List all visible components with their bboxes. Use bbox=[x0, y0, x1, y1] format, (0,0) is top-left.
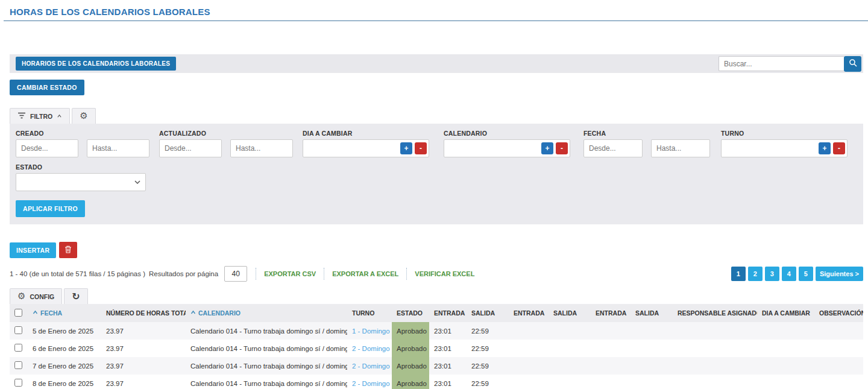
turno-link[interactable]: 2 - Domingo no bbox=[352, 362, 392, 370]
page-button-1[interactable]: 1 bbox=[731, 267, 746, 281]
column-header-responsable[interactable]: RESPONSABLE ASIGNADO bbox=[673, 304, 757, 322]
cell-salida-1: 22:59 bbox=[467, 375, 509, 389]
turno-link[interactable]: 2 - Domingo no bbox=[352, 345, 392, 352]
row-checkbox[interactable] bbox=[14, 326, 22, 334]
filter-icon bbox=[17, 112, 26, 120]
cell-select bbox=[10, 340, 28, 357]
fecha-to-input[interactable] bbox=[651, 139, 710, 157]
page-button-3[interactable]: 3 bbox=[765, 267, 779, 281]
cell-horas-totales: 23.97 bbox=[101, 340, 186, 357]
creado-from-input[interactable] bbox=[16, 139, 78, 157]
cell-entrada-2 bbox=[509, 375, 549, 389]
cell-salida-1: 22:59 bbox=[467, 322, 509, 340]
turno-label: TURNO bbox=[721, 130, 848, 137]
cell-salida-3 bbox=[631, 340, 673, 357]
select-all-checkbox[interactable] bbox=[14, 309, 22, 317]
column-header-entrada-3[interactable]: ENTRADA bbox=[591, 304, 631, 322]
filter-toggle-tab[interactable]: FILTRO bbox=[10, 108, 70, 124]
results-summary: 1 - 40 (de un total de 571 filas / 15 pá… bbox=[10, 270, 145, 277]
cell-fecha: 5 de Enero de 2025 bbox=[28, 322, 101, 340]
pagination: 1 2 3 4 5 Siguientes > bbox=[731, 267, 863, 281]
per-page-input[interactable] bbox=[224, 266, 247, 282]
turno-add-button[interactable]: + bbox=[819, 142, 831, 154]
column-header-horas-totales[interactable]: NÚMERO DE HORAS TOTALES bbox=[101, 304, 186, 322]
cell-turno: 2 - Domingo no bbox=[347, 340, 392, 357]
page-button-5[interactable]: 5 bbox=[799, 267, 813, 281]
row-checkbox[interactable] bbox=[14, 361, 22, 369]
actualizado-to-input[interactable] bbox=[230, 139, 293, 157]
dia-a-cambiar-add-button[interactable]: + bbox=[400, 142, 412, 154]
estado-select[interactable] bbox=[16, 173, 146, 191]
column-header-dia-a-cambiar[interactable]: DIA A CAMBIAR bbox=[757, 304, 814, 322]
row-checkbox[interactable] bbox=[14, 379, 22, 387]
cell-observacion bbox=[814, 375, 863, 389]
export-csv-link[interactable]: EXPORTAR CSV bbox=[256, 268, 324, 280]
column-header-salida-2[interactable]: SALIDA bbox=[549, 304, 591, 322]
filter-tabs: FILTRO ⚙ bbox=[10, 108, 868, 124]
turno-remove-button[interactable]: - bbox=[833, 142, 845, 154]
cell-entrada-3 bbox=[591, 340, 631, 357]
cell-responsable bbox=[673, 357, 757, 375]
cell-entrada-2 bbox=[509, 340, 549, 357]
cell-estado: Aprobado bbox=[392, 357, 429, 375]
cell-salida-2 bbox=[549, 340, 591, 357]
search-input[interactable] bbox=[719, 56, 844, 71]
column-header-fecha[interactable]: FECHA bbox=[28, 304, 101, 322]
trash-icon bbox=[64, 245, 72, 255]
cell-salida-1: 22:59 bbox=[467, 340, 509, 357]
column-header-entrada-2[interactable]: ENTRADA bbox=[509, 304, 549, 322]
filter-field-creado: CREADO bbox=[16, 130, 149, 157]
export-excel-link[interactable]: EXPORTAR A EXCEL bbox=[324, 268, 406, 280]
column-header-calendario[interactable]: CALENDARIO bbox=[186, 304, 347, 322]
calendario-add-button[interactable]: + bbox=[541, 142, 553, 154]
fecha-label: FECHA bbox=[583, 130, 710, 137]
row-checkbox[interactable] bbox=[14, 344, 22, 352]
search-group bbox=[719, 56, 861, 72]
page-button-2[interactable]: 2 bbox=[748, 267, 763, 281]
next-page-button[interactable]: Siguientes > bbox=[816, 267, 863, 281]
actualizado-label: ACTUALIZADO bbox=[159, 130, 293, 137]
cell-turno: 2 - Domingo no bbox=[347, 357, 392, 375]
column-header-observacion[interactable]: OBSERVACIÓN bbox=[814, 304, 863, 322]
creado-label: CREADO bbox=[16, 130, 149, 137]
column-header-salida-1[interactable]: SALIDA bbox=[467, 304, 509, 322]
cell-horas-totales: 23.97 bbox=[101, 357, 186, 375]
verify-excel-link[interactable]: VERIFICAR EXCEL bbox=[406, 268, 482, 280]
page-button-4[interactable]: 4 bbox=[782, 267, 796, 281]
filter-field-estado: ESTADO bbox=[16, 163, 863, 191]
turno-link[interactable]: 1 - Domingo sí bbox=[352, 327, 392, 335]
select-all-header[interactable] bbox=[10, 304, 28, 322]
filter-field-calendario: CALENDARIO + - bbox=[444, 130, 570, 157]
cell-entrada-3 bbox=[591, 322, 631, 340]
module-title-button[interactable]: HORARIOS DE LOS CALENDARIOS LABORALES bbox=[16, 57, 176, 71]
cell-calendario: Calendario 014 - Turno trabaja domingo s… bbox=[186, 357, 347, 375]
filter-field-dia-a-cambiar: DIA A CAMBIAR + - bbox=[303, 130, 429, 157]
estado-label: ESTADO bbox=[16, 163, 863, 171]
module-header-bar: HORARIOS DE LOS CALENDARIOS LABORALES bbox=[10, 54, 863, 73]
table-row: 6 de Enero de 2025 23.97 Calendario 014 … bbox=[10, 340, 863, 357]
cell-calendario: Calendario 014 - Turno trabaja domingo s… bbox=[186, 322, 347, 340]
turno-link[interactable]: 2 - Domingo no bbox=[352, 380, 392, 387]
fecha-from-input[interactable] bbox=[583, 139, 643, 157]
results-toolbar: 1 - 40 (de un total de 571 filas / 15 pá… bbox=[10, 266, 863, 282]
column-header-salida-3[interactable]: SALIDA bbox=[631, 304, 673, 322]
refresh-icon: ↻ bbox=[72, 292, 80, 302]
cell-select bbox=[10, 375, 28, 389]
apply-filter-button[interactable]: APLICAR FILTRO bbox=[16, 200, 85, 217]
cell-responsable bbox=[673, 322, 757, 340]
column-header-turno[interactable]: TURNO bbox=[347, 304, 392, 322]
insert-button[interactable]: INSERTAR bbox=[10, 242, 56, 258]
creado-to-input[interactable] bbox=[87, 139, 149, 157]
column-header-entrada-1[interactable]: ENTRADA bbox=[429, 304, 467, 322]
refresh-tab[interactable]: ↻ bbox=[64, 288, 87, 304]
dia-a-cambiar-remove-button[interactable]: - bbox=[415, 142, 427, 154]
config-tab[interactable]: ⚙ CONFIG bbox=[10, 288, 62, 304]
filter-settings-tab[interactable]: ⚙ bbox=[72, 108, 95, 124]
column-header-estado[interactable]: ESTADO bbox=[392, 304, 429, 322]
actualizado-from-input[interactable] bbox=[159, 139, 222, 157]
change-state-button[interactable]: CAMBIAR ESTADO bbox=[10, 80, 84, 95]
search-button[interactable] bbox=[844, 56, 861, 72]
delete-button[interactable] bbox=[59, 242, 77, 258]
calendario-remove-button[interactable]: - bbox=[556, 142, 568, 154]
gear-icon: ⚙ bbox=[17, 292, 25, 301]
